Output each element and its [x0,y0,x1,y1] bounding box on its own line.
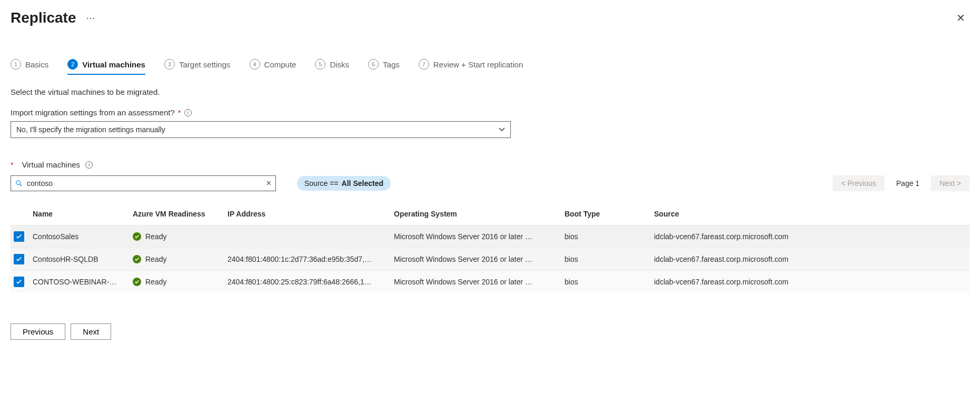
chevron-down-icon [499,126,505,133]
step-disks[interactable]: 5Disks [315,59,349,74]
required-asterisk: * [178,108,181,117]
more-menu-icon[interactable]: ⋯ [86,12,96,24]
cell-boot: bios [565,278,654,286]
step-number: 5 [315,59,325,70]
col-source[interactable]: Source [654,210,969,218]
step-review-start-replication[interactable]: 7Review + Start replication [419,59,523,74]
cell-os: Microsoft Windows Server 2016 or later … [394,232,565,241]
page-previous-button[interactable]: < Previous [833,175,885,191]
svg-point-0 [16,181,21,185]
step-number: 3 [164,59,175,70]
cell-source: idclab-vcen67.fareast.corp.microsoft.com [654,255,969,263]
ready-check-icon [133,232,141,241]
cell-ip: 2404:f801:4800:25:c823:79ff:6a48:2666,1… [227,278,394,286]
col-boot[interactable]: Boot Type [565,210,654,218]
page-title: Replicate [11,9,76,26]
table-row[interactable]: ContosoSalesReadyMicrosoft Windows Serve… [11,225,969,248]
table-header: Name Azure VM Readiness IP Address Opera… [11,203,969,225]
step-label: Basics [25,60,48,69]
step-number: 2 [67,59,78,70]
search-icon [15,180,23,187]
cell-boot: bios [565,232,654,241]
cell-source: idclab-vcen67.fareast.corp.microsoft.com [654,278,969,286]
vm-section-label: Virtual machines [22,160,80,169]
step-label: Disks [330,60,349,69]
cell-source: idclab-vcen67.fareast.corp.microsoft.com [654,232,969,241]
row-checkbox[interactable] [14,277,24,287]
dropdown-value: No, I'll specify the migration settings … [16,125,165,134]
import-settings-dropdown[interactable]: No, I'll specify the migration settings … [11,121,511,138]
cell-name: ContosoHR-SQLDB [33,255,133,263]
step-compute[interactable]: 4Compute [250,59,296,74]
clear-search-icon[interactable]: × [265,179,272,188]
ready-check-icon [133,255,141,263]
import-settings-label: Import migration settings from an assess… [11,108,175,117]
step-target-settings[interactable]: 3Target settings [164,59,231,74]
step-basics[interactable]: 1Basics [11,59,48,74]
col-name[interactable]: Name [33,210,133,218]
step-tags[interactable]: 6Tags [368,59,400,74]
row-checkbox[interactable] [14,254,24,264]
required-asterisk: * [11,161,13,169]
step-number: 4 [250,59,260,70]
step-number: 1 [11,59,21,70]
tooltip-icon[interactable]: i [85,161,93,169]
tooltip-icon[interactable]: i [184,109,192,116]
svg-line-1 [20,184,22,186]
cell-readiness: Ready [133,255,227,263]
filter-prefix: Source == [304,179,339,188]
cell-name: CONTOSO-WEBINAR-… [33,278,133,286]
cell-readiness: Ready [133,278,227,286]
cell-boot: bios [565,255,654,263]
table-row[interactable]: CONTOSO-WEBINAR-…Ready2404:f801:4800:25:… [11,270,969,293]
page-next-button[interactable]: Next > [931,175,969,191]
cell-ip: 2404:f801:4800:1c:2d77:36ad:e95b:35d7,… [227,255,394,263]
step-label: Review + Start replication [433,60,523,69]
search-input-wrapper[interactable]: × [11,175,276,191]
step-instruction: Select the virtual machines to be migrat… [11,87,969,96]
step-label: Compute [264,60,296,69]
cell-readiness: Ready [133,232,227,241]
search-input[interactable] [26,179,262,188]
step-number: 6 [368,59,379,70]
step-label: Tags [383,60,400,69]
wizard-stepper: 1Basics2Virtual machines3Target settings… [11,59,969,74]
col-ip[interactable]: IP Address [227,210,394,218]
source-filter-pill[interactable]: Source == All Selected [297,176,391,191]
close-icon[interactable]: ✕ [952,9,969,26]
table-row[interactable]: ContosoHR-SQLDBReady2404:f801:4800:1c:2d… [11,248,969,270]
cell-name: ContosoSales [33,232,133,241]
cell-os: Microsoft Windows Server 2016 or later … [394,255,565,263]
step-number: 7 [419,59,429,70]
row-checkbox[interactable] [14,231,24,242]
cell-os: Microsoft Windows Server 2016 or later … [394,278,565,286]
col-os[interactable]: Operating System [394,210,565,218]
col-readiness[interactable]: Azure VM Readiness [133,210,227,218]
filter-value: All Selected [342,179,383,188]
ready-check-icon [133,278,141,286]
page-indicator: Page 1 [896,179,919,188]
step-label: Virtual machines [82,60,145,69]
step-virtual-machines[interactable]: 2Virtual machines [67,59,145,75]
step-label: Target settings [179,60,231,69]
